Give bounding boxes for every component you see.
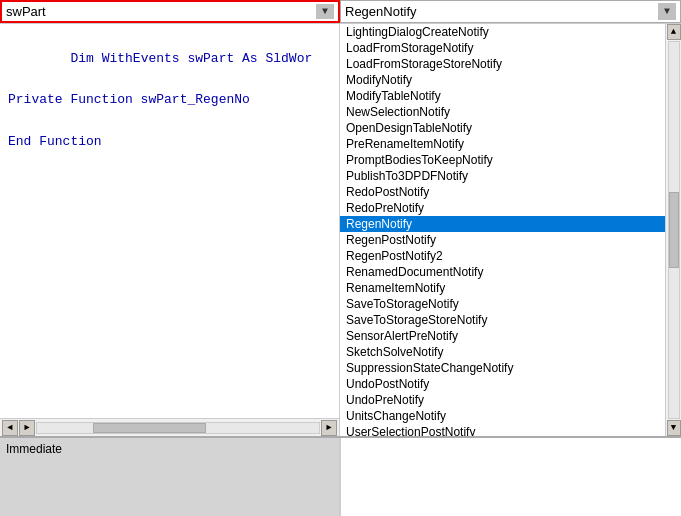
arrow-up-icon: ▲ [671,27,676,37]
list-item[interactable]: RenamedDocumentNotify [340,264,681,280]
scroll-track-horizontal[interactable] [36,422,320,434]
scroll-down-btn[interactable]: ▼ [667,420,681,436]
scroll-thumb-vertical[interactable] [669,192,679,267]
left-dropdown-label: swPart [6,4,312,19]
immediate-label: Immediate [0,438,340,516]
list-item[interactable]: SaveToStorageNotify [340,296,681,312]
editor-area: Dim WithEvents swPart As SldWor Private … [0,24,681,436]
list-item[interactable]: PublishTo3DPDFNotify [340,168,681,184]
list-item[interactable]: UndoPostNotify [340,376,681,392]
scroll-track-vertical[interactable] [668,41,680,419]
list-item[interactable]: RegenPostNotify [340,232,681,248]
list-item[interactable]: PromptBodiesToKeepNotify [340,152,681,168]
list-item[interactable]: RegenPostNotify2 [340,248,681,264]
list-item[interactable]: SketchSolveNotify [340,344,681,360]
scroll-thumb-horizontal[interactable] [93,423,206,433]
list-item[interactable]: RedoPostNotify [340,184,681,200]
list-item[interactable]: OpenDesignTableNotify [340,120,681,136]
list-item[interactable]: LightingDialogCreateNotify [340,24,681,40]
list-item[interactable]: LoadFromStorageStoreNotify [340,56,681,72]
list-item[interactable]: PreRenameItemNotify [340,136,681,152]
list-item[interactable]: ModifyNotify [340,72,681,88]
scroll-up-btn[interactable]: ▲ [667,24,681,40]
right-dropdown[interactable]: RegenNotify ▼ [340,0,681,23]
scroll-left-btn[interactable]: ◄ [2,420,18,436]
scroll-right-end-btn[interactable]: ► [321,420,337,436]
list-item[interactable]: RegenNotify [340,216,681,232]
code-content[interactable]: Dim WithEvents swPart As SldWor Private … [0,24,339,418]
list-item[interactable]: RenameItemNotify [340,280,681,296]
list-items-col: LightingDialogCreateNotifyLoadFromStorag… [340,24,681,436]
list-panel: LightingDialogCreateNotifyLoadFromStorag… [340,24,681,436]
left-dropdown-arrow[interactable]: ▼ [316,4,334,19]
arrow-down-icon: ▼ [671,423,676,433]
list-item[interactable]: SensorAlertPreNotify [340,328,681,344]
list-item[interactable]: NewSelectionNotify [340,104,681,120]
chevron-down-icon: ▼ [322,6,328,17]
main-container: swPart ▼ RegenNotify ▼ Dim WithEvents sw… [0,0,681,516]
arrow-right-icon-2: ► [326,423,331,433]
left-dropdown[interactable]: swPart ▼ [0,0,340,23]
immediate-panel: Immediate [0,436,681,516]
scroll-right-btn[interactable]: ► [19,420,35,436]
list-item[interactable]: UserSelectionPostNotify [340,424,681,436]
list-item[interactable]: SaveToStorageStoreNotify [340,312,681,328]
vertical-scrollbar: ▲ ▼ [665,24,681,436]
horizontal-scrollbar: ◄ ► ► [0,418,339,436]
chevron-down-icon-right: ▼ [664,6,670,17]
list-panel-inner: LightingDialogCreateNotifyLoadFromStorag… [340,24,681,436]
right-dropdown-label: RegenNotify [345,4,654,19]
right-dropdown-arrow[interactable]: ▼ [658,3,676,20]
list-item[interactable]: RedoPreNotify [340,200,681,216]
list-item[interactable]: UndoPreNotify [340,392,681,408]
list-item[interactable]: UnitsChangeNotify [340,408,681,424]
list-item[interactable]: ModifyTableNotify [340,88,681,104]
toolbar-row: swPart ▼ RegenNotify ▼ [0,0,681,24]
arrow-left-icon: ◄ [7,423,12,433]
list-item[interactable]: SuppressionStateChangeNotify [340,360,681,376]
code-panel: Dim WithEvents swPart As SldWor Private … [0,24,340,436]
arrow-right-icon: ► [24,423,29,433]
immediate-content[interactable] [340,438,681,516]
list-item[interactable]: LoadFromStorageNotify [340,40,681,56]
